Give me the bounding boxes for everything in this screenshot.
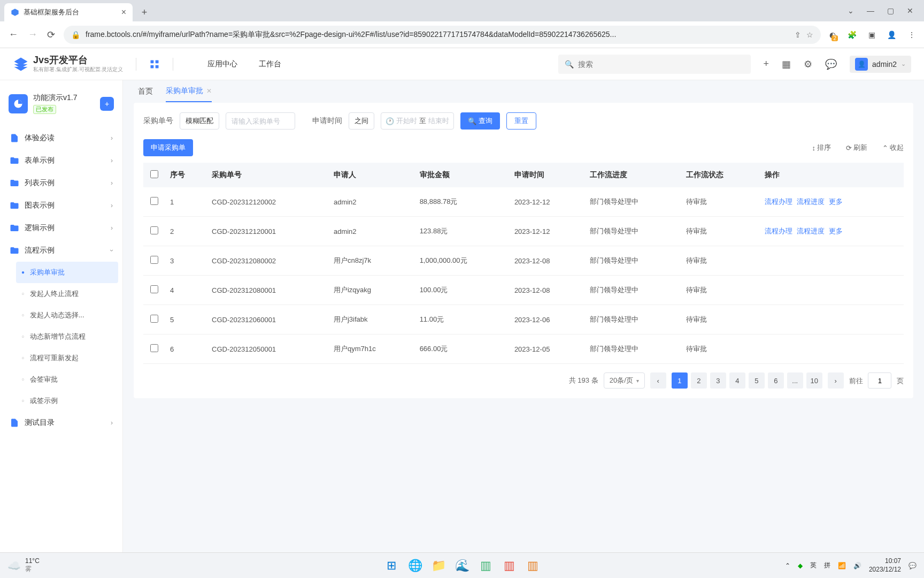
chrome-app-icon[interactable]: 🌐 (405, 556, 425, 576)
tray-app-icon[interactable]: ◆ (798, 562, 803, 569)
sidebar-subitem[interactable]: 动态新增节点流程 (16, 326, 118, 347)
volume-icon[interactable]: 🔊 (853, 562, 861, 569)
extensions-icon[interactable]: 🧩 (848, 31, 857, 39)
page-number-button[interactable]: 3 (710, 372, 726, 389)
op-more-link[interactable]: 更多 (829, 197, 843, 207)
sidebar-item[interactable]: 流程示例› (4, 239, 118, 262)
window-more-icon[interactable]: ⌄ (848, 6, 854, 15)
row-checkbox[interactable] (150, 226, 158, 234)
sidepanel-icon[interactable]: ▣ (868, 31, 875, 39)
reset-button[interactable]: 重置 (506, 112, 536, 130)
add-icon[interactable]: + (764, 58, 769, 70)
page-number-button[interactable]: 4 (729, 372, 745, 389)
between-select[interactable]: 之间 (349, 112, 374, 130)
op-progress-link[interactable]: 流程进度 (797, 197, 825, 207)
page-number-button[interactable]: 10 (806, 372, 822, 389)
tab-close-button[interactable]: × (121, 7, 126, 17)
edge-icon[interactable]: 🌊 (452, 556, 472, 576)
page-number-button[interactable]: ... (787, 372, 803, 389)
browser-menu-icon[interactable]: ⋮ (908, 31, 915, 39)
apply-order-button[interactable]: 申请采购单 (143, 139, 193, 156)
url-bar[interactable]: 🔒 frame.bctools.cn/#/myiframe/urlPath?na… (64, 26, 821, 44)
start-button[interactable]: ⊞ (381, 556, 402, 576)
op-progress-link[interactable]: 流程进度 (797, 226, 825, 236)
op-process-link[interactable]: 流程办理 (765, 197, 792, 207)
clock[interactable]: 10:07 2023/12/12 (869, 557, 901, 574)
extension-icon[interactable]: ◐2 (829, 31, 836, 39)
sidebar-subitem[interactable]: 或签示例 (16, 390, 118, 412)
app-icon[interactable]: ▥ (475, 556, 496, 576)
profile-icon[interactable]: 👤 (887, 31, 896, 39)
sidebar-subitem[interactable]: 流程可重新发起 (16, 347, 118, 369)
page-number-button[interactable]: 6 (768, 372, 784, 389)
share-icon[interactable]: ⇪ (795, 31, 801, 39)
search-input[interactable] (578, 60, 744, 69)
collapse-button[interactable]: ⌃收起 (882, 143, 904, 153)
row-checkbox[interactable] (150, 344, 158, 352)
page-next-button[interactable]: › (828, 372, 844, 389)
notifications-icon[interactable]: 💬 (908, 562, 917, 569)
page-number-button[interactable]: 5 (749, 372, 765, 389)
header-search[interactable]: 🔍 (558, 55, 751, 74)
filter-order-label: 采购单号 (143, 116, 173, 126)
window-minimize-icon[interactable]: — (867, 6, 874, 15)
chat-icon[interactable]: 💬 (825, 58, 837, 70)
app-icon[interactable]: ▥ (522, 556, 543, 576)
op-process-link[interactable]: 流程办理 (765, 226, 792, 236)
page-prev-button[interactable]: ‹ (650, 372, 666, 389)
match-mode-select[interactable]: 模糊匹配 (180, 112, 219, 130)
browser-tab-active[interactable]: 基础框架服务后台 × (4, 3, 133, 21)
project-add-button[interactable]: + (100, 97, 114, 111)
content-tab[interactable]: 采购单审批✕ (166, 81, 212, 102)
page-number-button[interactable]: 2 (691, 372, 707, 389)
sidebar-item[interactable]: 逻辑示例› (4, 217, 118, 239)
nav-reload-icon[interactable]: ⟳ (47, 29, 55, 41)
tray-chevron-icon[interactable]: ⌃ (785, 562, 790, 569)
nav-workspace[interactable]: 工作台 (259, 59, 281, 69)
grid-apps-icon[interactable]: ▦ (782, 58, 791, 70)
select-all-checkbox[interactable] (150, 170, 158, 178)
sort-button[interactable]: ↕排序 (812, 143, 831, 153)
bookmark-icon[interactable]: ☆ (806, 31, 813, 39)
search-button[interactable]: 🔍查询 (460, 112, 500, 130)
window-maximize-icon[interactable]: ▢ (887, 6, 894, 15)
page-jump-input[interactable] (868, 372, 891, 389)
nav-app-center[interactable]: 应用中心 (207, 59, 237, 69)
page-size-select[interactable]: 20条/页▾ (604, 372, 645, 389)
explorer-icon[interactable]: 📁 (428, 556, 449, 576)
order-no-input[interactable] (226, 112, 295, 130)
page-number-button[interactable]: 1 (672, 372, 688, 389)
nav-back-icon[interactable]: ← (9, 29, 18, 41)
row-checkbox[interactable] (150, 285, 158, 293)
weather-widget[interactable]: ☁️ 11°C 雾 (7, 557, 40, 574)
op-more-link[interactable]: 更多 (829, 226, 843, 236)
wifi-icon[interactable]: 📶 (838, 562, 846, 569)
settings-gear-icon[interactable]: ⚙ (804, 58, 812, 70)
app-icon[interactable]: ▥ (499, 556, 519, 576)
sidebar-item[interactable]: 图表示例› (4, 194, 118, 217)
sidebar-subitem[interactable]: 采购单审批 (16, 262, 118, 283)
sidebar-subitem[interactable]: 发起人终止流程 (16, 283, 118, 305)
date-range-picker[interactable]: 🕐 开始时 至 结束时 (381, 112, 454, 130)
row-checkbox[interactable] (150, 256, 158, 264)
nav-forward-icon[interactable]: → (28, 29, 37, 41)
ime-input[interactable]: 拼 (824, 561, 830, 570)
new-tab-button[interactable]: + (137, 5, 152, 20)
tab-close-icon[interactable]: ✕ (206, 87, 212, 95)
sidebar-item[interactable]: 测试目录› (4, 412, 118, 434)
window-close-icon[interactable]: ✕ (907, 6, 913, 15)
sidebar-item[interactable]: 体验必读› (4, 127, 118, 149)
app-logo[interactable]: Jvs开发平台 私有部署.集成扩展.可视配置.灵活定义 (13, 55, 123, 73)
user-menu[interactable]: 👤 admin2 ⌄ (850, 56, 911, 73)
apps-grid-icon[interactable] (149, 59, 160, 70)
sidebar-item[interactable]: 表单示例› (4, 149, 118, 172)
sidebar-subitem[interactable]: 发起人动态选择... (16, 305, 118, 326)
row-checkbox[interactable] (150, 315, 158, 323)
ime-lang[interactable]: 英 (810, 561, 817, 570)
sidebar-subitem[interactable]: 会签审批 (16, 369, 118, 390)
refresh-button[interactable]: ⟳刷新 (846, 143, 867, 153)
cell-progress: 部门领导处理中 (584, 217, 681, 246)
content-tab[interactable]: 首页 (138, 81, 153, 102)
row-checkbox[interactable] (150, 197, 158, 205)
sidebar-item[interactable]: 列表示例› (4, 172, 118, 194)
